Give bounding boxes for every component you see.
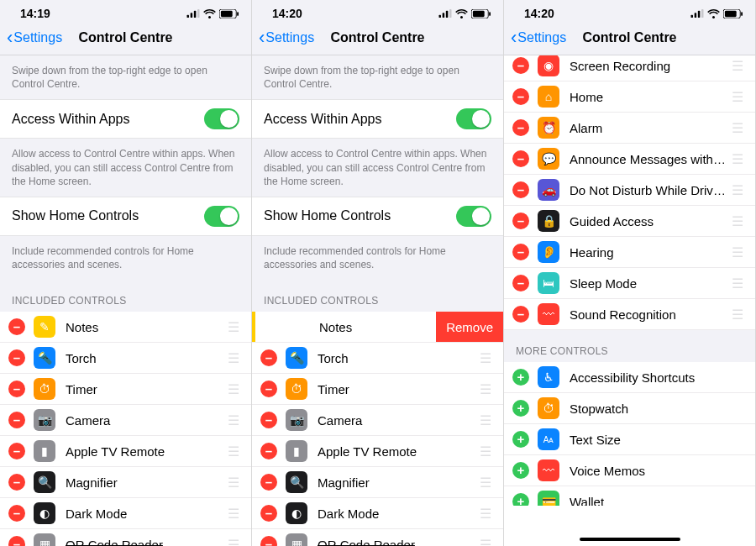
remove-icon[interactable] [8, 412, 25, 428]
svg-rect-16 [698, 11, 701, 18]
drag-handle-icon[interactable] [224, 350, 243, 366]
home-indicator-icon[interactable] [580, 538, 680, 541]
drag-handle-icon[interactable] [476, 475, 495, 491]
drag-handle-icon[interactable] [728, 58, 747, 74]
back-button[interactable]: ‹ Settings [7, 29, 62, 47]
remove-icon[interactable] [512, 213, 529, 229]
drag-handle-icon[interactable] [476, 412, 495, 428]
drag-handle-icon[interactable] [476, 444, 495, 459]
remove-icon[interactable] [512, 88, 529, 105]
remove-icon[interactable] [512, 181, 529, 198]
drag-handle-icon[interactable] [224, 475, 243, 491]
remove-icon[interactable] [8, 474, 25, 491]
statusbar: 14:19 [0, 0, 251, 24]
drag-handle-icon[interactable] [224, 381, 243, 397]
drag-handle-icon[interactable] [476, 381, 495, 397]
row-label: Timer [66, 382, 224, 396]
page-title: Control Centre [79, 30, 173, 45]
home-controls-toggle[interactable] [456, 206, 491, 227]
remove-button[interactable]: Remove [436, 312, 503, 342]
row-label: Do Not Disturb While Driving [570, 183, 728, 197]
list-item: 💬 Announce Messages with Siri [504, 144, 755, 175]
remove-icon[interactable] [8, 349, 25, 366]
remove-icon[interactable] [260, 381, 277, 397]
drag-handle-icon[interactable] [476, 537, 495, 546]
list-item: 📷 Camera [252, 405, 503, 436]
list-item: ⏱ Timer [0, 374, 251, 405]
home-controls-toggle[interactable] [204, 206, 239, 227]
statusbar: 14:20 [252, 0, 503, 24]
list-item: ⌂ Home [504, 81, 755, 113]
list-item: 🔍 Magnifier [0, 467, 251, 498]
drag-handle-icon[interactable] [224, 506, 243, 522]
page-title: Control Centre [583, 30, 677, 45]
drag-handle-icon[interactable] [728, 276, 747, 291]
remove-icon[interactable] [8, 505, 25, 522]
status-time: 14:20 [524, 7, 554, 20]
included-list: ✎ Notes 🔦 Torch ⏱ Timer [0, 312, 251, 546]
row-label: Accessibility Shortcuts [570, 370, 747, 385]
drag-handle-icon[interactable] [224, 412, 243, 428]
drag-handle-icon[interactable] [728, 307, 747, 323]
add-icon[interactable] [512, 369, 529, 386]
remove-icon[interactable] [260, 349, 277, 366]
access-toggle[interactable] [204, 108, 239, 129]
drag-handle-icon[interactable] [476, 506, 495, 522]
list-item: 📷 Camera [0, 405, 251, 436]
remove-icon[interactable] [260, 443, 277, 459]
drag-handle-icon[interactable] [224, 537, 243, 546]
remove-icon[interactable] [260, 505, 277, 522]
access-label: Access Within Apps [12, 112, 204, 127]
remove-icon[interactable] [260, 412, 277, 428]
chevron-left-icon: ‹ [7, 29, 13, 47]
access-label: Access Within Apps [264, 112, 456, 127]
row-label: Notes [309, 320, 431, 334]
list-item: ▦ QR Code Reader [252, 529, 503, 546]
voice-memos-icon: 〰 [538, 459, 559, 481]
drag-handle-icon[interactable] [728, 182, 747, 198]
drag-handle-icon[interactable] [728, 244, 747, 260]
drag-handle-icon[interactable] [224, 319, 243, 335]
access-toggle[interactable] [456, 108, 491, 129]
svg-rect-8 [443, 13, 445, 18]
remove-icon[interactable] [8, 318, 25, 335]
help-swipe: Swipe down from the top-right edge to op… [0, 55, 251, 99]
remove-icon[interactable] [8, 443, 25, 459]
svg-rect-10 [449, 9, 452, 18]
svg-rect-5 [221, 10, 233, 16]
remove-icon[interactable] [512, 275, 529, 291]
remove-icon[interactable] [260, 474, 277, 491]
remove-icon[interactable] [512, 57, 529, 74]
drag-handle-icon[interactable] [728, 151, 747, 167]
drag-handle-icon[interactable] [476, 350, 495, 366]
drag-handle-icon[interactable] [728, 89, 747, 105]
add-icon[interactable] [512, 431, 529, 448]
add-icon[interactable] [512, 462, 529, 479]
svg-rect-12 [473, 10, 485, 16]
list-item: 🔒 Guided Access [504, 206, 755, 237]
remove-icon[interactable] [512, 306, 529, 323]
row-label: Guided Access [570, 214, 728, 228]
row-label: Apple TV Remote [318, 444, 476, 459]
drag-handle-icon[interactable] [728, 213, 747, 229]
remove-icon[interactable] [260, 536, 277, 546]
back-label: Settings [13, 30, 62, 45]
add-icon[interactable] [512, 400, 529, 417]
row-label: Sound Recognition [570, 307, 728, 322]
drag-handle-icon[interactable] [728, 120, 747, 136]
drag-handle-icon[interactable] [224, 444, 243, 459]
status-time: 14:20 [272, 7, 302, 20]
remove-icon[interactable] [512, 244, 529, 260]
remove-icon[interactable] [512, 150, 529, 167]
statusbar: 14:20 [504, 0, 755, 24]
chevron-left-icon: ‹ [511, 29, 517, 47]
qr-code-icon: ▦ [286, 533, 307, 546]
back-button[interactable]: ‹ Settings [511, 29, 566, 47]
list-item: ◐ Dark Mode [252, 498, 503, 529]
remove-icon[interactable] [8, 381, 25, 397]
help-swipe: Swipe down from the top-right edge to op… [252, 55, 503, 99]
remove-icon[interactable] [512, 119, 529, 136]
remove-icon[interactable] [8, 536, 25, 546]
row-label: QR Code Reader [66, 538, 224, 546]
back-button[interactable]: ‹ Settings [259, 29, 314, 47]
